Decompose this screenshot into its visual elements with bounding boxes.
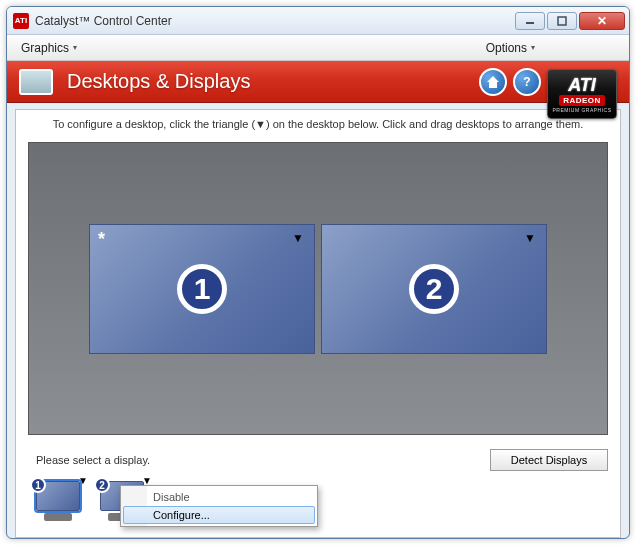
- menu-graphics-label: Graphics: [21, 41, 69, 55]
- close-button[interactable]: ✕: [579, 12, 625, 30]
- thumb-badge: 2: [94, 477, 110, 493]
- menu-graphics[interactable]: Graphics ▾: [15, 39, 83, 57]
- svg-rect-1: [558, 17, 566, 25]
- select-display-hint: Please select a display.: [36, 454, 480, 466]
- ati-subbrand-text: RADEON: [559, 95, 605, 106]
- section-header: Desktops & Displays ?: [7, 61, 629, 103]
- minimize-button[interactable]: [515, 12, 545, 30]
- chevron-down-icon: ▾: [73, 43, 77, 52]
- home-button[interactable]: [479, 68, 507, 96]
- primary-star-icon: *: [98, 229, 105, 250]
- thumb-badge: 1: [30, 477, 46, 493]
- desktop-tile-1[interactable]: * ▼ 1: [89, 224, 315, 354]
- menu-options[interactable]: Options ▾: [480, 39, 541, 57]
- desktop-arena[interactable]: * ▼ 1 ▼ 2: [28, 142, 608, 435]
- menu-options-label: Options: [486, 41, 527, 55]
- triangle-menu-icon[interactable]: ▼: [524, 231, 536, 245]
- content-frame: To configure a desktop, click the triang…: [15, 109, 621, 538]
- window-controls: ✕: [515, 12, 625, 30]
- app-window: ATI Catalyst™ Control Center ✕ Graphics …: [6, 6, 630, 539]
- detect-displays-button[interactable]: Detect Displays: [490, 449, 608, 471]
- window-body: Graphics ▾ Options ▾ ATI RADEON PREMIUM …: [7, 35, 629, 538]
- menubar: Graphics ▾ Options ▾: [7, 35, 629, 61]
- desktop-number: 2: [409, 264, 459, 314]
- ati-logo: ATI RADEON PREMIUM GRAPHICS: [547, 69, 617, 119]
- context-menu: Disable Configure...: [120, 485, 318, 527]
- window-title: Catalyst™ Control Center: [35, 14, 515, 28]
- display-thumb-1[interactable]: 1 ▼: [28, 475, 88, 527]
- context-menu-configure[interactable]: Configure...: [123, 506, 315, 524]
- desktop-tile-2[interactable]: ▼ 2: [321, 224, 547, 354]
- display-thumbnails: 1 ▼ 2 ▼ Disable Configure...: [16, 475, 620, 537]
- ati-tagline: PREMIUM GRAPHICS: [552, 107, 611, 113]
- desktop-number: 1: [177, 264, 227, 314]
- section-title: Desktops & Displays: [67, 70, 473, 93]
- instruction-text: To configure a desktop, click the triang…: [16, 110, 620, 136]
- monitor-icon: [19, 69, 53, 95]
- triangle-menu-icon[interactable]: ▼: [292, 231, 304, 245]
- title-bar: ATI Catalyst™ Control Center ✕: [7, 7, 629, 35]
- display-selection-row: Please select a display. Detect Displays: [16, 443, 620, 475]
- ati-brand-text: ATI: [568, 76, 596, 94]
- context-menu-disable: Disable: [123, 488, 315, 506]
- app-icon: ATI: [13, 13, 29, 29]
- maximize-button[interactable]: [547, 12, 577, 30]
- chevron-down-icon: ▾: [531, 43, 535, 52]
- thumb-stand: [44, 513, 72, 521]
- help-button[interactable]: ?: [513, 68, 541, 96]
